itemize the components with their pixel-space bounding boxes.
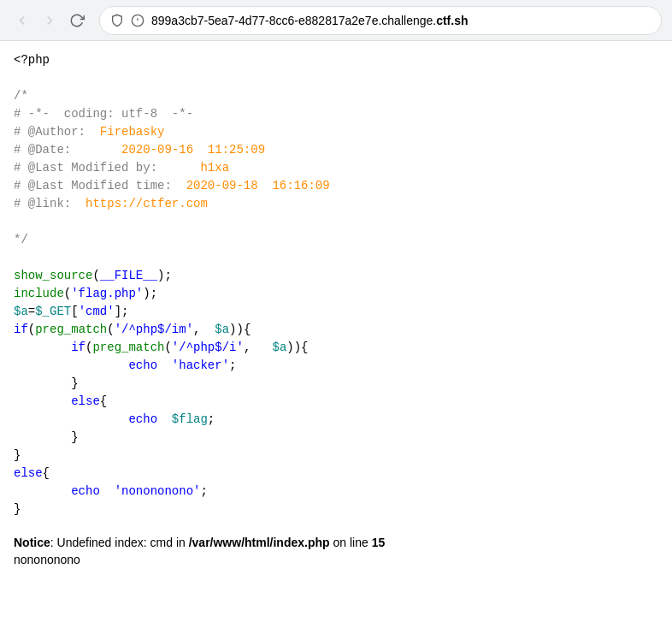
var-a-3: $a	[272, 341, 286, 354]
paren-5: (	[28, 323, 35, 336]
flag-var: $flag	[172, 412, 208, 426]
var-a-2: $a	[215, 323, 229, 336]
nav-buttons	[10, 9, 89, 33]
echo-kw-3: echo	[71, 484, 100, 498]
comment-open: /*	[14, 89, 28, 103]
output-text: nonononono	[14, 553, 658, 566]
hacker-string: 'hacker'	[172, 358, 229, 372]
var-get: $_GET	[35, 305, 71, 318]
paren-6: (	[107, 323, 114, 336]
brace-5: }	[71, 430, 78, 444]
comment-date-value: 2020-09-16 11:25:09	[121, 143, 265, 157]
brace-2: {	[301, 341, 308, 354]
forward-button[interactable]	[38, 9, 62, 33]
php-open-tag: <?php	[14, 53, 50, 67]
paren-8: )	[237, 323, 244, 336]
else-kw-1: else	[71, 394, 100, 408]
show-source-func: show_source	[14, 269, 92, 282]
else-kw-2: else	[14, 466, 43, 480]
if-keyword-1: if	[14, 323, 28, 336]
semi-3: ;	[121, 305, 128, 318]
brace-3: }	[71, 376, 78, 390]
comment-coding: -*- coding: utf-8 -*-	[21, 107, 193, 121]
if-keyword-2: if	[71, 341, 85, 354]
comment-author-label: @Author:	[21, 125, 99, 139]
comment-lasttime-value: 2020-09-18 16:16:09	[186, 179, 330, 193]
comment-close: */	[14, 233, 28, 246]
semi-2: ;	[150, 287, 157, 300]
notice-section: Notice: Undefined index: cmd in /var/www…	[0, 529, 672, 573]
brace-4: {	[100, 394, 107, 408]
comment-lasttime-label: @Last Modified time:	[21, 179, 186, 193]
url-bold: ctf.sh	[436, 14, 468, 27]
notice-text: Notice: Undefined index: cmd in /var/www…	[14, 536, 658, 549]
regex-2: '/^php$/i'	[172, 341, 244, 354]
op-assign: =	[28, 305, 35, 318]
echo-kw-2: echo	[128, 412, 157, 426]
preg-match-1: preg_match	[35, 323, 107, 336]
bracket-2: ]	[115, 305, 121, 318]
echo-kw-1: echo	[128, 358, 157, 372]
paren-10: (	[164, 341, 171, 354]
include-func: include	[14, 287, 64, 300]
brace-7: {	[43, 466, 50, 480]
browser-chrome: 899a3cb7-5ea7-4d77-8cc6-e882817a2e7e.cha…	[0, 0, 672, 41]
paren-3: (	[64, 287, 71, 300]
notice-path: /var/www/html/index.php	[189, 536, 330, 549]
url-normal: 899a3cb7-5ea7-4d77-8cc6-e882817a2e7e.cha…	[151, 14, 436, 27]
paren-7: )	[229, 323, 236, 336]
regex-1: '/^php$/im'	[115, 323, 193, 336]
bracket-1: [	[71, 305, 78, 318]
info-icon	[131, 14, 144, 27]
paren-11: )	[286, 341, 293, 354]
var-a: $a	[14, 305, 28, 318]
paren-4: )	[143, 287, 150, 300]
url-display: 899a3cb7-5ea7-4d77-8cc6-e882817a2e7e.cha…	[151, 14, 469, 27]
notice-colon-text: : Undefined index: cmd in	[50, 536, 189, 549]
comment-lastmod-value: h1xa	[200, 161, 229, 175]
comment-author-value: Firebasky	[100, 125, 165, 139]
back-button[interactable]	[10, 9, 34, 33]
file-const: __FILE__	[100, 269, 157, 282]
cmd-string: 'cmd'	[79, 305, 115, 318]
flag-string: 'flag.php'	[71, 287, 143, 300]
brace-6: }	[14, 448, 21, 462]
code-display: <?php /* # -*- coding: utf-8 -*- # @Auth…	[0, 41, 672, 529]
paren-1: (	[92, 269, 99, 282]
comment-date-label: @Date:	[21, 143, 121, 157]
semi-1: ;	[164, 269, 171, 282]
reload-button[interactable]	[65, 9, 89, 33]
nonono-string: 'nonononono'	[115, 484, 201, 498]
notice-label: Notice	[14, 536, 50, 549]
semi-6: ;	[200, 484, 207, 498]
preg-match-2: preg_match	[92, 341, 164, 354]
address-bar[interactable]: 899a3cb7-5ea7-4d77-8cc6-e882817a2e7e.cha…	[99, 6, 662, 35]
comment-lastmod-label: @Last Modified by:	[21, 161, 200, 175]
notice-suffix: on line	[330, 536, 372, 549]
notice-line: 15	[372, 536, 386, 549]
semi-4: ;	[229, 358, 236, 372]
comment-link-label: @link:	[21, 197, 85, 210]
semi-5: ;	[208, 412, 215, 426]
brace-1: {	[244, 323, 251, 336]
paren-12: )	[294, 341, 301, 354]
brace-8: }	[14, 502, 21, 516]
comment-link-value: https://ctfer.com	[85, 197, 208, 210]
security-icon	[110, 14, 124, 27]
